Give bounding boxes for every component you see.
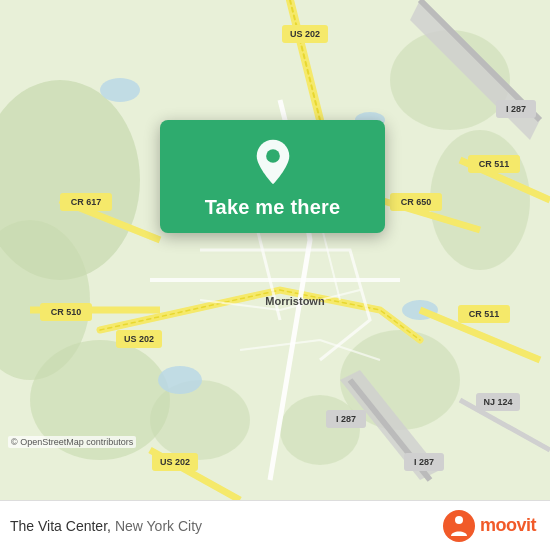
svg-text:CR 511: CR 511 xyxy=(479,159,510,169)
moovit-logo[interactable]: moovit xyxy=(443,510,536,542)
svg-text:Morristown: Morristown xyxy=(265,295,325,307)
map-svg: CR 617 CR 650 CR 511 CR 511 CR 510 US 20… xyxy=(0,0,550,500)
svg-text:CR 617: CR 617 xyxy=(71,197,102,207)
svg-text:US 202: US 202 xyxy=(160,457,190,467)
svg-text:CR 511: CR 511 xyxy=(469,309,500,319)
svg-point-4 xyxy=(150,380,250,460)
svg-point-39 xyxy=(443,510,475,542)
svg-point-9 xyxy=(100,78,140,102)
svg-text:I 287: I 287 xyxy=(336,414,356,424)
svg-text:I 287: I 287 xyxy=(414,457,434,467)
svg-point-10 xyxy=(158,366,202,394)
moovit-text: moovit xyxy=(480,515,536,536)
svg-point-8 xyxy=(280,395,360,465)
location-name: The Vita Center, xyxy=(10,518,111,534)
location-pin-icon xyxy=(249,138,297,186)
moovit-icon xyxy=(443,510,475,542)
location-city: New York City xyxy=(115,518,202,534)
map-container: CR 617 CR 650 CR 511 CR 511 CR 510 US 20… xyxy=(0,0,550,500)
svg-text:US 202: US 202 xyxy=(290,29,320,39)
svg-point-40 xyxy=(455,516,463,524)
osm-attribution: © OpenStreetMap contributors xyxy=(8,436,136,448)
take-me-there-button[interactable]: Take me there xyxy=(160,120,385,233)
svg-text:CR 510: CR 510 xyxy=(51,307,82,317)
svg-text:US 202: US 202 xyxy=(124,334,154,344)
location-info: The Vita Center, New York City xyxy=(10,518,202,534)
svg-point-38 xyxy=(266,149,280,163)
take-me-there-label: Take me there xyxy=(205,196,341,219)
bottom-bar: The Vita Center, New York City moovit xyxy=(0,500,550,550)
svg-text:CR 650: CR 650 xyxy=(401,197,432,207)
svg-text:I 287: I 287 xyxy=(506,104,526,114)
svg-point-6 xyxy=(430,130,530,270)
svg-text:NJ 124: NJ 124 xyxy=(483,397,512,407)
